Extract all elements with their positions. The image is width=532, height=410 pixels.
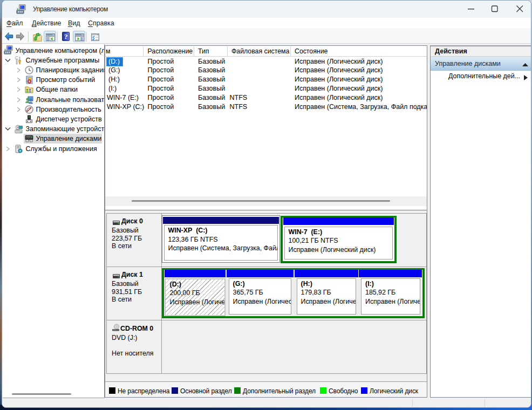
svg-text:?: ? <box>64 32 68 40</box>
